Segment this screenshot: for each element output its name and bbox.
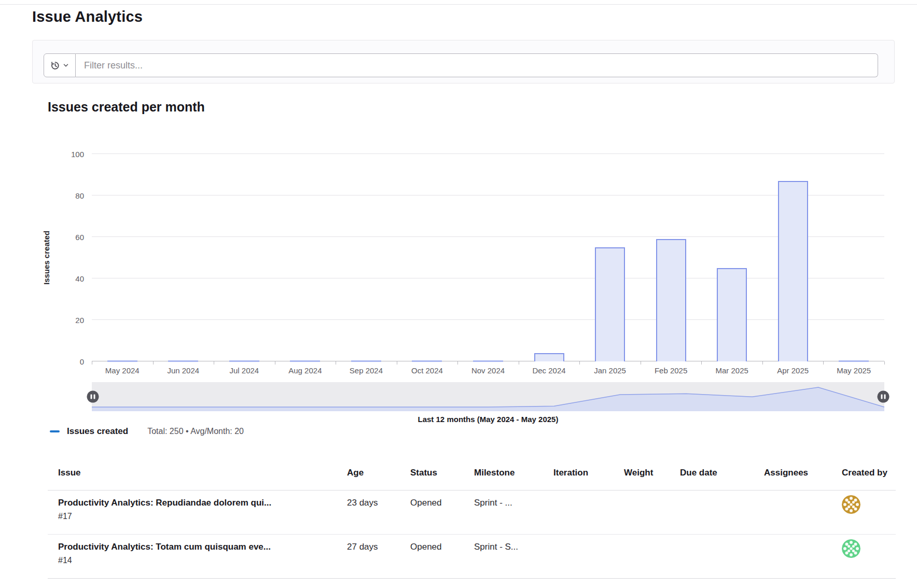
- y-axis-tick-label: 80: [75, 191, 84, 200]
- issue-cell: Productivity Analytics: Totam cum quisqu…: [48, 535, 347, 578]
- gridline-y-80: [92, 195, 884, 195]
- created-by-avatar[interactable]: [842, 539, 896, 558]
- x-axis-tick-label: Feb 2025: [655, 366, 687, 375]
- x-axis-tick-label: Nov 2024: [471, 366, 505, 375]
- created-by-cell: [842, 491, 896, 534]
- zoom-range-caption: Last 12 months (May 2024 - May 2025): [92, 415, 884, 424]
- x-axis-tick-label: Sep 2024: [350, 366, 383, 375]
- bar-mar-2025: [717, 268, 747, 361]
- bar-sep-2024: [351, 360, 381, 362]
- column-header-age: Age: [347, 468, 410, 478]
- chevron-down-icon: [63, 62, 69, 68]
- iteration-cell: [553, 535, 624, 578]
- table-row: Productivity Analytics: Repudiandae dolo…: [48, 491, 896, 535]
- x-axis-tick-label: Jun 2024: [167, 366, 199, 375]
- zoom-slider-left-handle[interactable]: [87, 391, 99, 403]
- y-axis-title: Issues created: [40, 154, 52, 361]
- filter-control: [44, 53, 878, 77]
- y-axis-tick-label: 0: [80, 357, 84, 366]
- x-axis-tick: [275, 361, 275, 365]
- history-icon: [50, 61, 60, 71]
- x-axis-tick-label: Aug 2024: [288, 366, 322, 375]
- x-axis-tick-label: Jul 2024: [229, 366, 259, 375]
- created-by-avatar[interactable]: [842, 495, 896, 514]
- legend-color-dash: [50, 430, 60, 432]
- issue-title-link[interactable]: Productivity Analytics: Repudiandae dolo…: [58, 498, 347, 508]
- column-header-assignees: Assignees: [764, 468, 842, 478]
- issue-reference: #14: [58, 556, 347, 565]
- column-header-iteration: Iteration: [553, 468, 624, 478]
- assignees-cell: [764, 535, 842, 578]
- bar-oct-2024: [412, 360, 442, 362]
- x-axis-tick: [336, 361, 336, 365]
- x-axis-tick: [579, 361, 580, 365]
- pause-icon: [91, 395, 92, 399]
- gridline-y-20: [92, 319, 884, 320]
- y-axis-tick-label: 100: [71, 150, 84, 159]
- bar-may-2024: [107, 360, 137, 362]
- x-axis-tick-label: Dec 2024: [532, 366, 565, 375]
- x-axis-tick: [92, 361, 92, 365]
- created-by-cell: [842, 535, 896, 578]
- x-axis-tick-label: Oct 2024: [411, 366, 443, 375]
- due-date-cell: [680, 535, 764, 578]
- x-axis-tick: [397, 361, 397, 365]
- bar-nov-2024: [473, 360, 503, 362]
- x-axis-tick: [519, 361, 519, 365]
- age-cell: 27 days: [347, 535, 410, 578]
- legend-series-label: Issues created: [67, 426, 128, 437]
- x-axis-tick: [762, 361, 763, 365]
- bar-apr-2025: [778, 181, 808, 361]
- filter-panel: [32, 40, 895, 83]
- bar-may-2025: [839, 360, 869, 362]
- chart-legend-item[interactable]: Issues created Total: 250 • Avg/Month: 2…: [50, 426, 244, 437]
- page-title: Issue Analytics: [32, 8, 143, 25]
- x-axis-tick-label: May 2025: [837, 366, 871, 375]
- status-cell: Opened: [410, 535, 474, 578]
- x-axis-tick: [214, 361, 214, 365]
- pause-icon: [881, 395, 883, 399]
- x-axis-tick: [153, 361, 154, 365]
- zoom-preview-area: [92, 382, 884, 411]
- bar-dec-2024: [534, 353, 564, 361]
- chart-zoom-slider[interactable]: [92, 382, 884, 411]
- age-cell: 23 days: [347, 491, 410, 534]
- column-header-due-date: Due date: [680, 468, 764, 478]
- column-header-created-by: Created by: [842, 468, 896, 478]
- column-header-weight: Weight: [624, 468, 680, 478]
- x-axis-tick-label: Jan 2025: [594, 366, 626, 375]
- table-header-row: IssueAgeStatusMilestoneIterationWeightDu…: [48, 455, 896, 491]
- due-date-cell: [680, 491, 764, 534]
- column-header-milestone: Milestone: [474, 468, 553, 478]
- x-axis-tick: [701, 361, 702, 365]
- bar-jul-2024: [229, 360, 259, 362]
- x-axis-tick: [457, 361, 458, 365]
- x-axis-tick-label: May 2024: [105, 366, 140, 375]
- issues-table: IssueAgeStatusMilestoneIterationWeightDu…: [48, 455, 896, 579]
- bar-jan-2025: [595, 247, 625, 361]
- bar-feb-2025: [656, 239, 686, 361]
- y-axis-tick-label: 40: [75, 274, 84, 283]
- y-axis-tick-label: 20: [75, 316, 84, 325]
- bar-jun-2024: [168, 360, 198, 362]
- column-header-status: Status: [410, 468, 474, 478]
- issues-per-month-chart: 020406080100May 2024Jun 2024Jul 2024Aug …: [92, 154, 884, 361]
- x-axis-tick: [884, 361, 885, 365]
- bar-aug-2024: [290, 360, 320, 362]
- milestone-cell: Sprint - S...: [474, 535, 553, 578]
- milestone-cell: Sprint - ...: [474, 491, 553, 534]
- iteration-cell: [553, 491, 624, 534]
- filter-results-input[interactable]: [76, 53, 878, 77]
- table-row: Productivity Analytics: Totam cum quisqu…: [48, 535, 896, 579]
- weight-cell: [624, 491, 680, 534]
- issue-reference: #17: [58, 512, 347, 521]
- issue-title-link[interactable]: Productivity Analytics: Totam cum quisqu…: [58, 542, 347, 552]
- filter-history-button[interactable]: [44, 53, 76, 77]
- top-divider: [0, 4, 917, 5]
- gridline-y-60: [92, 236, 884, 237]
- gridline-y-100: [92, 153, 884, 154]
- assignees-cell: [764, 491, 842, 534]
- zoom-slider-right-handle[interactable]: [878, 391, 890, 403]
- y-axis-tick-label: 60: [75, 233, 84, 242]
- column-header-issue: Issue: [48, 468, 347, 478]
